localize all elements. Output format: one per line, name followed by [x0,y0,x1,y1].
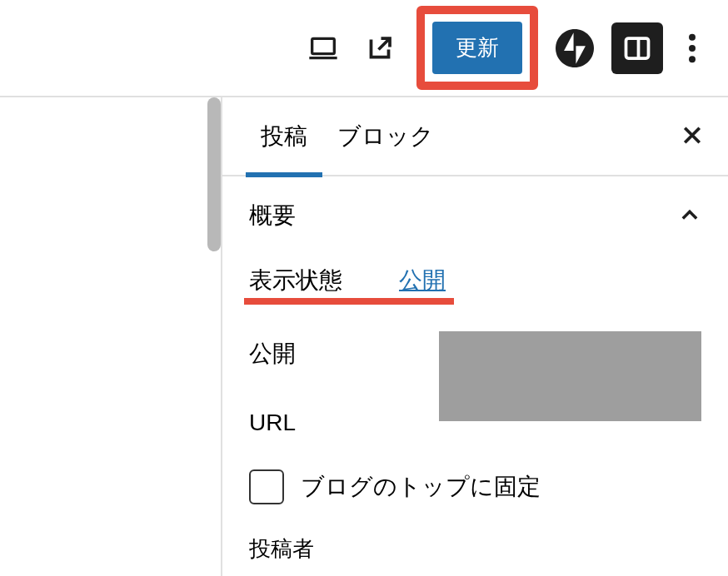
svg-point-2 [689,33,696,40]
settings-panel-toggle[interactable] [611,22,663,74]
summary-panel: 概要 表示状態 公開 公開 URL ブ [222,176,728,576]
close-icon [680,122,705,147]
preview-button[interactable] [303,28,343,68]
settings-sidebar: 投稿 ブロック 概要 表示状態 公開 [221,97,728,576]
laptop-icon [307,32,340,65]
tab-block[interactable]: ブロック [322,97,449,176]
visibility-row: 表示状態 公開 [249,265,701,296]
svg-point-3 [689,45,696,52]
more-icon [689,33,696,63]
tab-post[interactable]: 投稿 [246,97,322,176]
visibility-value-button[interactable]: 公開 [399,265,446,296]
visibility-label: 表示状態 [249,265,399,296]
panel-icon [622,33,652,63]
more-options-button[interactable] [680,28,705,68]
jetpack-icon [556,29,594,67]
svg-point-4 [689,56,696,62]
editor-canvas [0,97,221,576]
summary-title: 概要 [249,200,296,231]
stick-to-top-row: ブログのトップに固定 [249,469,701,504]
view-post-button[interactable] [360,28,400,68]
publish-url-row: 公開 URL [249,331,701,436]
author-label: 投稿者 [249,534,701,564]
stick-to-top-checkbox[interactable] [249,469,284,504]
canvas-scrollbar[interactable] [207,97,221,251]
redacted-block [439,331,701,421]
url-label: URL [249,410,296,436]
jetpack-button[interactable] [555,28,595,68]
close-sidebar-button[interactable] [680,122,705,150]
visibility-highlight [244,298,454,305]
publish-label: 公開 [249,338,296,370]
sidebar-tabs: 投稿 ブロック [222,97,728,176]
chevron-up-icon [678,204,701,227]
external-link-icon [365,33,395,63]
svg-rect-0 [312,38,335,53]
summary-toggle[interactable]: 概要 [249,200,701,231]
update-button[interactable]: 更新 [432,22,522,74]
editor-toolbar: 更新 [0,0,728,96]
content-area: 投稿 ブロック 概要 表示状態 公開 [0,96,728,576]
stick-to-top-label: ブログのトップに固定 [301,471,541,503]
update-button-highlight: 更新 [416,6,538,90]
